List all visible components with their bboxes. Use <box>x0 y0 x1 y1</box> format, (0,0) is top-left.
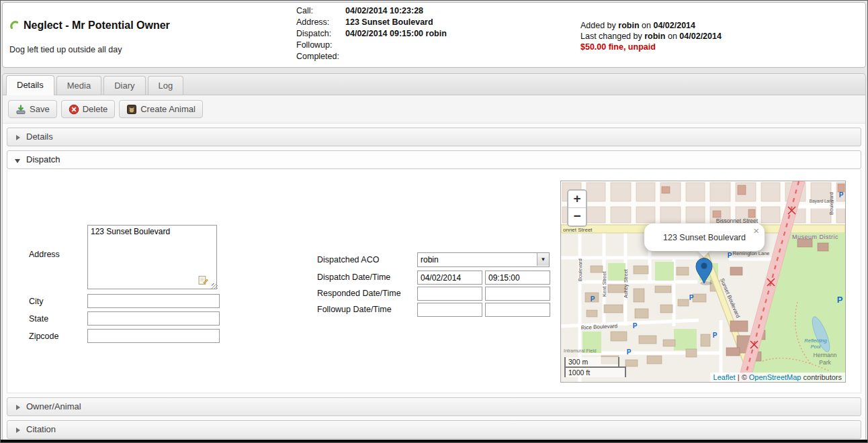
state-input[interactable] <box>87 311 220 326</box>
added-user: robin <box>618 21 639 30</box>
delete-icon <box>69 104 79 115</box>
dispatch-datetime-label: Dispatch Date/Time <box>317 273 390 282</box>
save-button[interactable]: Save <box>8 100 57 118</box>
street-label-ashby: Ashby Street <box>623 268 629 298</box>
tab-content: Save Delete Create Animal Det <box>2 95 866 441</box>
accordion-label: Dispatch <box>26 154 60 164</box>
parking-icon: P <box>837 295 843 305</box>
info-row-completed: Completed: <box>296 50 447 62</box>
info-value: 04/02/2014 09:15:00 robin <box>345 29 447 38</box>
responded-datetime-label: Responded Date/Time <box>317 289 401 298</box>
attribution-copyright: © <box>742 373 747 381</box>
textarea-resize-grip[interactable] <box>212 283 218 289</box>
followup-time-input[interactable] <box>485 303 550 317</box>
changed-mid: on <box>668 32 677 41</box>
responded-date-input[interactable] <box>417 287 482 301</box>
responded-time-input[interactable] <box>485 287 550 301</box>
added-by-line: Added by robin on 04/02/2014 <box>580 20 722 31</box>
water-label-reflecting-pool: Reflecting <box>804 338 827 344</box>
changed-by-line: Last changed by robin on 04/02/2014 <box>580 31 722 42</box>
address-label: Address <box>29 250 60 259</box>
street-label-kent: Kent Street <box>601 271 607 297</box>
added-mid: on <box>642 21 651 30</box>
followup-date-input[interactable] <box>417 303 482 317</box>
attribution-separator: | <box>738 373 740 381</box>
collapse-icon <box>15 159 20 163</box>
map-scale-control: 300 m 1000 ft <box>564 357 626 377</box>
street-label-boulevard-left: Boulevard <box>577 258 583 281</box>
info-label: Dispatch: <box>296 29 345 38</box>
city-input[interactable] <box>87 294 220 308</box>
info-row-followup: Followup: <box>296 39 447 50</box>
incident-notes: Dog left tied up outside all day <box>9 45 122 54</box>
info-row-call: Call: 04/02/2014 10:23:28 <box>296 5 447 17</box>
tab-log[interactable]: Log <box>148 76 184 95</box>
popup-close-button[interactable]: × <box>753 226 759 236</box>
map-zoom-control: + − <box>567 189 587 227</box>
accordion-label: Citation <box>26 424 56 434</box>
zipcode-label: Zipcode <box>29 332 58 341</box>
zipcode-input[interactable] <box>87 329 220 343</box>
title-row: Neglect - Mr Potential Owner <box>9 19 170 32</box>
accordion-header-dispatch[interactable]: Dispatch <box>7 150 861 169</box>
changed-prefix: Last changed by <box>580 32 642 41</box>
accordion-header-owner-animal[interactable]: Owner/Animal <box>7 397 861 416</box>
delete-label: Delete <box>83 104 108 114</box>
map-popup: 123 Sunset Boulevard × <box>644 224 765 251</box>
field-label-intramural: Intramural Field <box>564 348 597 353</box>
park-label-hermann: Park <box>819 359 831 366</box>
create-animal-label: Create Animal <box>140 104 196 114</box>
page-title: Neglect - Mr Potential Owner <box>24 19 170 32</box>
tab-details[interactable]: Details <box>6 75 54 95</box>
info-row-address: Address: 123 Sunset Boulevard <box>296 17 447 28</box>
info-label: Completed: <box>296 52 345 61</box>
tab-bar: Details Media Diary Log <box>2 73 866 95</box>
expand-icon <box>16 405 20 410</box>
toolbar: Save Delete Create Animal <box>3 95 865 124</box>
map[interactable]: P P P P P P P P onnet Street Bissonnet S… <box>560 181 846 383</box>
info-value: 123 Sunset Boulevard <box>345 17 433 27</box>
parking-icon: P <box>839 191 844 199</box>
expand-icon <box>16 428 20 433</box>
leaflet-link[interactable]: Leaflet <box>713 373 736 381</box>
info-label: Address: <box>296 17 345 27</box>
window-bottom-edge <box>1 440 867 442</box>
dispatched-aco-select[interactable]: robin <box>417 252 550 267</box>
edit-note-icon[interactable] <box>198 275 208 285</box>
tab-diary[interactable]: Diary <box>103 76 145 95</box>
zoom-in-button[interactable]: + <box>568 191 586 208</box>
accordion-header-details[interactable]: Details <box>7 128 861 146</box>
scale-imperial: 1000 ft <box>564 366 626 377</box>
create-animal-icon <box>126 104 137 115</box>
info-label: Call: <box>296 6 345 15</box>
attribution-contributors: contributors <box>804 373 842 381</box>
parking-icon: P <box>713 332 718 339</box>
app-window: Neglect - Mr Potential Owner Dog left ti… <box>0 0 868 443</box>
dispatch-time-input[interactable] <box>485 270 550 285</box>
openstreetmap-link[interactable]: OpenStreetMap <box>749 373 801 381</box>
added-prefix: Added by <box>580 21 616 30</box>
tab-media[interactable]: Media <box>56 76 101 95</box>
accordion-header-citation[interactable]: Citation <box>7 420 861 439</box>
parking-icon: P <box>728 252 732 259</box>
changed-date: 04/02/2014 <box>679 32 722 41</box>
followup-datetime-label: Followup Date/Time <box>317 305 392 314</box>
accordion-label: Owner/Animal <box>26 401 81 411</box>
map-attribution: Leaflet | © OpenStreetMap contributors <box>710 373 845 382</box>
map-tiles: P P P P P P P P onnet Street Bissonnet S… <box>561 181 845 382</box>
create-animal-button[interactable]: Create Animal <box>119 100 203 118</box>
info-value: 04/02/2014 10:23:28 <box>345 6 423 15</box>
delete-button[interactable]: Delete <box>61 100 116 118</box>
dispatch-date-input[interactable] <box>417 270 482 285</box>
fine-status: $50.00 fine, unpaid <box>580 42 722 52</box>
street-label-onnet: onnet Street <box>563 227 593 233</box>
accordion-label: Details <box>26 132 53 142</box>
parking-icon: P <box>633 322 638 330</box>
zoom-out-button[interactable]: − <box>568 208 586 226</box>
dispatch-panel: Address 123 Sunset Boulevard City State … <box>7 169 861 393</box>
marker-pin-hole <box>701 262 707 268</box>
popup-text: 123 Sunset Boulevard <box>663 233 746 242</box>
water-label-reflecting-pool: Pool <box>810 344 820 350</box>
city-label: City <box>29 297 44 306</box>
info-row-dispatch: Dispatch: 04/02/2014 09:15:00 robin <box>296 28 447 40</box>
